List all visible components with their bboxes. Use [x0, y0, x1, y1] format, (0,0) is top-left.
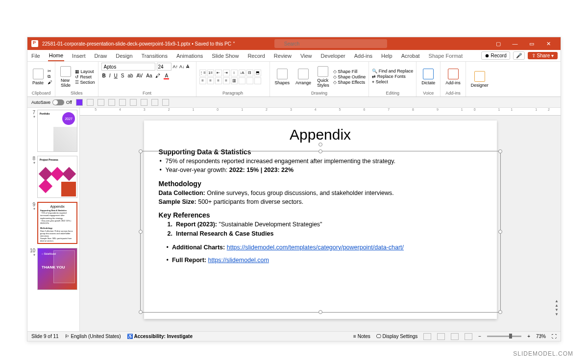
shapes-button[interactable]: Shapes: [273, 68, 292, 86]
display-settings-button[interactable]: 🖵 Display Settings: [376, 334, 417, 339]
tab-design[interactable]: Design: [115, 51, 133, 61]
slide-canvas-area[interactable]: Appendix Supporting Data & Statistics 75…: [80, 116, 561, 331]
change-case-button[interactable]: Aa: [145, 73, 153, 78]
zoom-out-button[interactable]: −: [478, 334, 481, 339]
tab-shape-format[interactable]: Shape Format: [428, 51, 464, 61]
increase-font-button[interactable]: A↑: [173, 64, 178, 69]
minimize-button[interactable]: ―: [507, 37, 523, 50]
tab-insert[interactable]: Insert: [71, 51, 87, 61]
rotate-handle[interactable]: [318, 143, 322, 146]
tab-animations[interactable]: Animations: [175, 51, 204, 61]
font-size-input[interactable]: [157, 63, 172, 71]
justify-button[interactable]: ≡: [223, 77, 230, 84]
slide[interactable]: Appendix Supporting Data & Statistics 75…: [144, 121, 497, 319]
ribbon-display-icon[interactable]: ▢: [490, 37, 507, 50]
tab-review[interactable]: Review: [273, 51, 293, 61]
search-input[interactable]: [274, 39, 387, 48]
reset-button[interactable]: ↺ Reset: [75, 74, 95, 79]
qat-button[interactable]: [108, 99, 115, 106]
indent-dec-button[interactable]: ⇤: [215, 70, 222, 76]
designer-button[interactable]: Designer: [469, 70, 490, 89]
layout-button[interactable]: ▦ Layout: [75, 69, 95, 74]
indent-inc-button[interactable]: ⇥: [223, 70, 230, 76]
slide-nav-arrows[interactable]: ▲▲▼▼: [555, 299, 559, 316]
new-slide-button[interactable]: New Slide: [58, 65, 73, 89]
tab-file[interactable]: File: [30, 51, 41, 61]
record-button[interactable]: ⏺ Record: [481, 51, 510, 60]
slide-counter[interactable]: Slide 9 of 11: [31, 334, 59, 339]
reading-view-button[interactable]: [451, 333, 459, 340]
tab-home[interactable]: Home: [48, 50, 64, 61]
undo-button[interactable]: [87, 99, 94, 106]
qat-button[interactable]: [162, 99, 169, 106]
autosave-toggle[interactable]: AutoSaveOff: [31, 99, 72, 105]
text-direction-button[interactable]: ↓A: [239, 70, 245, 76]
save-button[interactable]: [76, 99, 83, 106]
font-name-input[interactable]: [101, 63, 155, 71]
normal-view-button[interactable]: [423, 333, 431, 340]
qat-button[interactable]: [141, 99, 147, 106]
qat-button[interactable]: [151, 99, 158, 106]
paste-button[interactable]: Paste: [30, 68, 46, 86]
find-button[interactable]: 🔍 Find and Replace: [372, 69, 413, 73]
quick-styles-button[interactable]: Quick Styles: [315, 65, 331, 89]
line-spacing-button[interactable]: ↕: [231, 70, 238, 76]
sorter-view-button[interactable]: [437, 333, 445, 340]
shape-outline-button[interactable]: Shape Outline: [333, 74, 366, 79]
thumbnail-10[interactable]: ○ SlideModelTHANK YOU: [37, 248, 77, 290]
decrease-font-button[interactable]: A↓: [179, 64, 185, 69]
tab-help[interactable]: Help: [380, 51, 393, 61]
shape-effects-button[interactable]: Shape Effects: [333, 80, 366, 85]
underline-button[interactable]: U: [113, 73, 119, 78]
addins-button[interactable]: Add-ins: [443, 68, 463, 86]
qat-button[interactable]: [130, 99, 137, 106]
font-color-button[interactable]: A: [163, 73, 170, 78]
qat-button[interactable]: [119, 99, 126, 106]
horizontal-ruler[interactable]: 5 4 3 2 1 0 1 2 3 4 5 6 7 8 9 10 11 12: [80, 108, 561, 116]
tab-addins[interactable]: Add-ins: [353, 51, 373, 61]
mic-button[interactable]: 🎤: [513, 51, 525, 60]
numbering-button[interactable]: 1≡: [207, 70, 214, 76]
format-painter-button[interactable]: 🖌: [48, 80, 52, 85]
align-center-button[interactable]: ≡: [207, 77, 214, 84]
align-left-button[interactable]: ≡: [199, 77, 206, 84]
slideshow-view-button[interactable]: [465, 333, 472, 340]
replace-button[interactable]: ⇄ Replace Fonts: [372, 74, 413, 79]
tab-record[interactable]: Record: [246, 51, 266, 61]
cut-button[interactable]: ✂: [48, 69, 52, 73]
accessibility-status[interactable]: ♿ Accessibility: Investigate: [127, 334, 193, 339]
slide-title[interactable]: Appendix: [159, 126, 482, 143]
thumbnail-8[interactable]: Project Process: [37, 156, 77, 198]
dictate-button[interactable]: Dictate: [419, 68, 437, 86]
strike-button[interactable]: S: [120, 73, 125, 78]
arrange-button[interactable]: Arrange: [294, 68, 313, 86]
italic-button[interactable]: I: [108, 73, 112, 78]
shape-fill-button[interactable]: Shape Fill: [333, 69, 366, 74]
redo-button[interactable]: [98, 99, 104, 106]
tab-developer[interactable]: Developer: [320, 51, 346, 61]
align-text-button[interactable]: ⊟: [246, 70, 253, 76]
zoom-in-button[interactable]: +: [527, 334, 530, 339]
slide-thumbnail-panel[interactable]: 7*Portfolio2027 8*Project Process 9*Appe…: [27, 108, 80, 331]
notes-button[interactable]: ≡ Notes: [353, 334, 370, 339]
smartart-button[interactable]: ⬒: [254, 70, 261, 76]
clear-format-button[interactable]: A̶: [186, 64, 189, 69]
thumbnail-9[interactable]: AppendixSupporting Data & Statistics· 75…: [37, 202, 77, 244]
tab-slideshow[interactable]: Slide Show: [211, 51, 240, 61]
document-title[interactable]: 22581-01-corporate-presentation-slide-de…: [42, 41, 235, 47]
language-status[interactable]: 🏳 English (United States): [65, 334, 121, 339]
tab-acrobat[interactable]: Acrobat: [400, 51, 421, 61]
shadow-button[interactable]: ab: [126, 73, 134, 78]
zoom-level[interactable]: 73%: [536, 334, 546, 339]
maximize-button[interactable]: ▭: [523, 37, 540, 50]
share-button[interactable]: ⇪ Share ▾: [528, 52, 558, 59]
thumbnail-7[interactable]: Portfolio2027: [37, 110, 77, 152]
char-spacing-button[interactable]: AV: [136, 73, 144, 78]
fit-to-window-button[interactable]: ⛶: [552, 334, 557, 339]
bullets-button[interactable]: ⋮≡: [199, 70, 206, 76]
close-button[interactable]: ✕: [540, 37, 557, 50]
tab-draw[interactable]: Draw: [94, 51, 108, 61]
columns-button[interactable]: ▥: [231, 77, 238, 84]
tab-transitions[interactable]: Transitions: [141, 51, 169, 61]
section-button[interactable]: ☰ Section: [75, 80, 95, 85]
